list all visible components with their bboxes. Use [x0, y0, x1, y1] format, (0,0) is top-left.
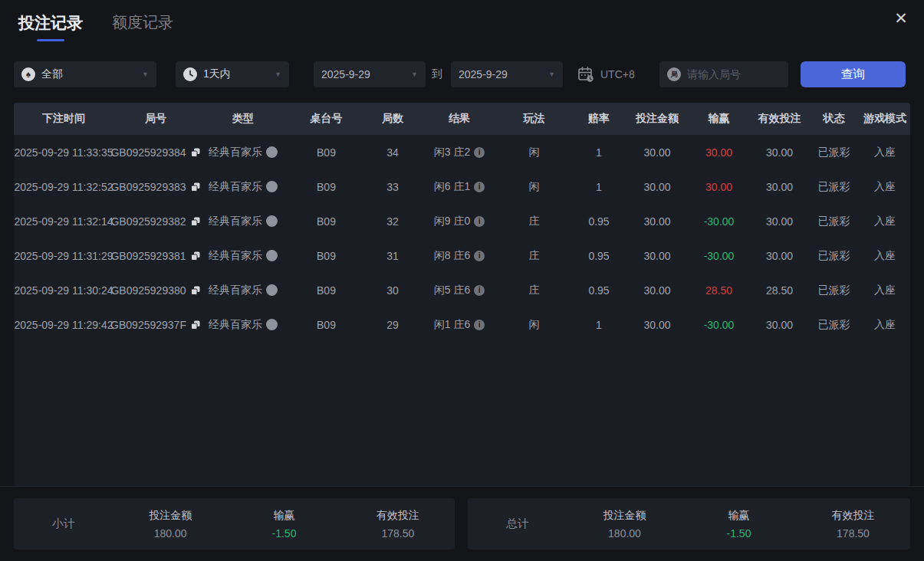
total-valid-bet: 有效投注 178.50 — [796, 509, 910, 540]
cell-game-mode: 入座 — [860, 238, 910, 273]
cell-game-type: 经典百家乐 — [198, 135, 288, 169]
cell-table-no: B09 — [288, 135, 364, 169]
clock-icon — [183, 67, 197, 81]
cell-round-id: GB0925929382 — [113, 204, 198, 238]
header-round-id: 局号 — [113, 103, 198, 135]
round-search-input[interactable] — [687, 68, 781, 80]
cell-win-loss: 30.00 — [687, 169, 751, 204]
subtotal-bet-amount: 投注金额 180.00 — [113, 509, 227, 540]
info-icon[interactable]: i — [474, 251, 485, 261]
cell-play: 闲 — [498, 135, 571, 169]
cell-bet-time: 2025-09-29 11:33:35 — [14, 135, 113, 169]
cell-round-no: 31 — [364, 238, 421, 273]
cell-bet-time: 2025-09-29 11:32:52 — [14, 169, 113, 204]
result-text: 闲8 庄6 — [434, 249, 470, 263]
tab-quota-records[interactable]: 额度记录 — [112, 12, 173, 33]
cell-round-no: 29 — [364, 307, 421, 342]
chevron-down-icon: ▼ — [548, 71, 555, 78]
cell-round-id: GB092592937F — [113, 307, 198, 342]
cell-table-no: B09 — [288, 273, 364, 307]
time-range-value: 1天内 — [203, 67, 270, 81]
total-panel: 总计 投注金额 180.00 输赢 -1.50 有效投注 178.50 — [468, 498, 910, 550]
cell-round-id: GB0925929380 — [113, 273, 198, 307]
cell-valid-bet: 30.00 — [751, 307, 808, 342]
header-game-mode: 游戏模式 — [860, 103, 910, 135]
close-icon[interactable]: ✕ — [889, 6, 913, 31]
cell-game-mode: 入座 — [860, 273, 910, 307]
cell-play: 闲 — [498, 169, 571, 204]
subtotal-panel: 小计 投注金额 180.00 输赢 -1.50 有效投注 178.50 — [14, 498, 455, 550]
cell-status: 已派彩 — [808, 273, 860, 307]
table-header-row: 下注时间 局号 类型 桌台号 局数 结果 玩法 赔率 投注金额 输赢 有效投注 … — [14, 103, 910, 135]
tab-betting-records[interactable]: 投注记录 — [18, 12, 83, 41]
info-icon[interactable]: i — [474, 147, 485, 158]
round-id-text: GB0925929382 — [110, 215, 186, 228]
round-badge-icon: 局 — [667, 67, 681, 81]
chevron-down-icon: ▼ — [411, 71, 418, 78]
timezone-indicator: UTC+8 — [577, 61, 635, 87]
subtotal-label: 小计 — [14, 517, 113, 531]
cell-game-type: 经典百家乐 — [198, 273, 288, 307]
game-type-select[interactable]: ♠ 全部 ▼ — [14, 61, 156, 87]
info-icon[interactable]: i — [474, 285, 485, 296]
game-type-text: 经典百家乐 — [209, 215, 262, 228]
time-range-select[interactable]: 1天内 ▼ — [176, 61, 289, 87]
cell-bet-amount: 30.00 — [627, 238, 687, 273]
cell-result: 闲8 庄6 i — [421, 238, 498, 273]
header-table-no: 桌台号 — [288, 103, 364, 135]
tab-quota-records-label: 额度记录 — [112, 14, 173, 31]
date-from-value: 2025-9-29 — [321, 68, 406, 80]
cell-bet-time: 2025-09-29 11:30:24 — [14, 273, 113, 307]
cell-game-type: 经典百家乐 — [198, 169, 288, 204]
cell-status: 已派彩 — [808, 169, 860, 204]
result-text: 闲3 庄2 — [434, 146, 470, 159]
modal-topbar: 投注记录 额度记录 ✕ — [0, 0, 924, 49]
game-logo-icon — [266, 284, 278, 296]
info-icon[interactable]: i — [474, 182, 485, 192]
cell-round-no: 32 — [364, 204, 421, 238]
header-play: 玩法 — [498, 103, 571, 135]
cell-play: 庄 — [498, 273, 571, 307]
cell-game-type: 经典百家乐 — [198, 307, 288, 342]
date-from-select[interactable]: 2025-9-29 ▼ — [314, 61, 426, 87]
total-win-loss: 输赢 -1.50 — [682, 509, 796, 540]
game-logo-icon — [266, 215, 278, 227]
game-type-text: 经典百家乐 — [209, 318, 262, 332]
subtotal-valid-bet: 有效投注 178.50 — [341, 509, 455, 540]
cell-result: 闲3 庄2 i — [421, 135, 498, 169]
cell-play: 闲 — [498, 307, 571, 342]
result-text: 闲5 庄6 — [434, 284, 470, 297]
header-game-type: 类型 — [198, 103, 288, 135]
cell-result: 闲1 庄6 i — [421, 307, 498, 342]
table-row: 2025-09-29 11:31:29 GB0925929381 经典百家乐 B… — [14, 238, 910, 273]
cell-game-type: 经典百家乐 — [198, 204, 288, 238]
header-bet-time: 下注时间 — [14, 103, 113, 135]
round-id-text: GB0925929383 — [110, 181, 186, 193]
cell-win-loss: -30.00 — [687, 204, 751, 238]
header-round-no: 局数 — [364, 103, 421, 135]
subtotal-win-loss: 输赢 -1.50 — [227, 509, 340, 540]
info-icon[interactable]: i — [474, 216, 485, 227]
info-icon[interactable]: i — [474, 320, 485, 330]
header-win-loss: 输赢 — [687, 103, 751, 135]
cell-round-id: GB0925929381 — [113, 238, 198, 273]
cell-result: 闲9 庄0 i — [421, 204, 498, 238]
header-bet-amount: 投注金额 — [627, 103, 687, 135]
result-text: 闲9 庄0 — [434, 215, 470, 228]
cell-round-id: GB0925929383 — [113, 169, 198, 204]
game-type-text: 经典百家乐 — [209, 284, 262, 297]
cell-bet-time: 2025-09-29 11:29:42 — [14, 307, 113, 342]
round-id-text: GB092592937F — [110, 319, 186, 331]
date-to-value: 2025-9-29 — [459, 68, 544, 80]
cell-game-mode: 入座 — [860, 169, 910, 204]
date-to-select[interactable]: 2025-9-29 ▼ — [451, 61, 563, 87]
round-id-text: GB0925929384 — [110, 146, 186, 159]
cell-win-loss: -30.00 — [687, 307, 751, 342]
cell-bet-time: 2025-09-29 11:31:29 — [14, 238, 113, 273]
query-button[interactable]: 查询 — [801, 61, 906, 87]
cell-round-no: 34 — [364, 135, 421, 169]
total-bet-amount: 投注金额 180.00 — [567, 509, 682, 540]
game-logo-icon — [266, 146, 278, 158]
cell-status: 已派彩 — [808, 238, 860, 273]
tab-bar: 投注记录 额度记录 — [18, 12, 173, 41]
